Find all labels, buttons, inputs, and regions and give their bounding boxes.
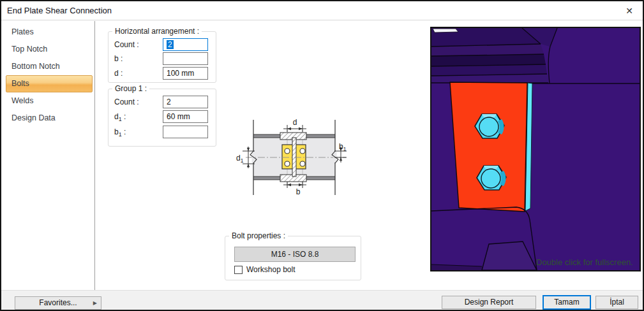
close-icon[interactable]: ✕ xyxy=(622,4,636,18)
ok-button[interactable]: Tamam xyxy=(543,295,591,310)
sidebar: Plates Top Notch Bottom Notch Bolts Weld… xyxy=(3,21,95,291)
bolt-assembly-button[interactable]: M16 - ISO 8.8 xyxy=(234,247,356,262)
bolt-properties-group: Bolt properties : M16 - ISO 8.8 Workshop… xyxy=(225,236,361,280)
sidebar-item-top-notch[interactable]: Top Notch xyxy=(6,41,93,58)
group-title: Horizontal arrangement : xyxy=(112,27,202,36)
group1-count-input[interactable]: 2 xyxy=(163,96,208,108)
d1-label: d1 : xyxy=(114,110,126,123)
d1-input[interactable]: 60 mm xyxy=(163,110,208,123)
bolt-arrangement-diagram: d b d1 b1 xyxy=(235,118,350,198)
horizontal-arrangement-group: Horizontal arrangement : Count : 2 b : d… xyxy=(108,31,216,83)
count-label: Count : xyxy=(114,38,139,51)
sidebar-item-label: Plates xyxy=(11,27,34,36)
cancel-button[interactable]: İptal xyxy=(595,296,638,309)
sidebar-item-label: Top Notch xyxy=(11,45,47,54)
end-plate-shear-connection-dialog: End Plate Shear Connection ✕ Plates Top … xyxy=(0,0,644,311)
favorites-button[interactable]: Favorites... ▶ xyxy=(15,296,101,310)
dim-b-label: b xyxy=(296,187,301,196)
sidebar-item-bolts[interactable]: Bolts xyxy=(6,75,93,92)
input-value: 2 xyxy=(167,40,174,49)
workshop-bolt-checkbox[interactable] xyxy=(234,266,243,274)
group-title: Group 1 : xyxy=(112,84,149,93)
sidebar-item-design-data[interactable]: Design Data xyxy=(6,110,93,127)
dim-d1-label: d1 xyxy=(236,154,244,164)
dim-b1-label: b1 xyxy=(339,142,347,152)
input-value: 100 mm xyxy=(167,69,194,78)
sidebar-item-plates[interactable]: Plates xyxy=(6,24,93,41)
count-label: Count : xyxy=(114,96,139,108)
sidebar-item-label: Bolts xyxy=(11,79,29,88)
fullscreen-hint-text: Double click for fullscreen. xyxy=(536,257,633,267)
orange-plate xyxy=(450,82,527,212)
input-value: 2 xyxy=(167,98,171,106)
d-label: d : xyxy=(114,67,123,80)
beam-web xyxy=(292,138,296,177)
input-value: 60 mm xyxy=(167,112,190,121)
titlebar: End Plate Shear Connection ✕ xyxy=(1,1,643,20)
sidebar-item-welds[interactable]: Welds xyxy=(6,92,93,110)
b-label: b : xyxy=(114,52,123,65)
d-input[interactable]: 100 mm xyxy=(163,67,208,80)
3d-connection-render: Double click for fullscreen. xyxy=(431,28,640,270)
group-title: Bolt properties : xyxy=(229,231,288,240)
highlight-sliver xyxy=(433,29,458,33)
favorites-label: Favorites... xyxy=(39,298,77,307)
b1-input[interactable] xyxy=(163,126,208,138)
sidebar-item-label: Bottom Notch xyxy=(11,62,60,71)
dim-d-label: d xyxy=(293,118,297,127)
group1-group: Group 1 : Count : 2 d1 : 60 mm b1 : xyxy=(108,89,216,147)
workshop-bolt-label[interactable]: Workshop bolt xyxy=(246,265,295,275)
footer-bar: Favorites... ▶ Design Report Tamam İptal xyxy=(1,290,643,311)
design-report-button[interactable]: Design Report xyxy=(442,296,536,309)
horizontal-count-input[interactable]: 2 xyxy=(163,38,208,51)
3d-viewport[interactable]: Double click for fullscreen. xyxy=(430,27,641,271)
b1-label: b1 : xyxy=(114,126,126,138)
b-input[interactable] xyxy=(163,52,208,65)
dialog-title: End Plate Shear Connection xyxy=(7,6,112,15)
sidebar-item-label: Welds xyxy=(11,96,34,105)
favorites-arrow-icon: ▶ xyxy=(93,297,97,309)
sidebar-item-label: Design Data xyxy=(11,113,56,122)
sidebar-item-bottom-notch[interactable]: Bottom Notch xyxy=(6,58,93,75)
